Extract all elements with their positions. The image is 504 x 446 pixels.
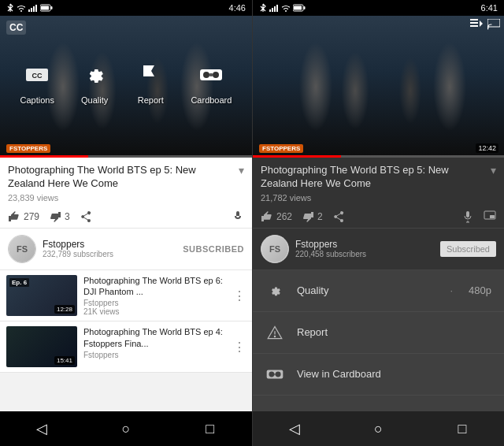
right-dislike-button[interactable]: 2	[302, 210, 323, 223]
related-thumb-2: 15:41	[6, 326, 77, 367]
svg-point-33	[276, 371, 281, 377]
related-info-2: Photographing The World BTS ep 4: Fstopp…	[83, 326, 227, 359]
right-view-count: 21,782 views	[261, 193, 496, 203]
context-quality-value: 480p	[469, 284, 491, 296]
right-video-title-section: Photographing The World BTS ep 5: New Ze…	[253, 158, 504, 206]
cardboard-label: Cardboard	[191, 95, 232, 105]
related-item-1[interactable]: Ep. 6 12:28 Photographing The World BTS …	[0, 270, 252, 322]
progress-bar	[0, 155, 252, 158]
right-video-title-row: Photographing The World BTS ep 5: New Ze…	[261, 164, 496, 191]
left-back-button[interactable]: ◁	[26, 411, 57, 446]
context-report-label: Report	[297, 326, 491, 338]
left-mic-button[interactable]	[232, 210, 244, 223]
left-phone: 4:46 CC CC Captions	[0, 0, 252, 446]
svg-rect-18	[304, 6, 306, 9]
right-back-icon: ◁	[289, 420, 300, 437]
left-channel-avatar[interactable]: FS	[8, 235, 36, 263]
left-home-button[interactable]: ○	[110, 411, 142, 446]
right-mic-button[interactable]	[461, 210, 474, 223]
svg-point-32	[269, 371, 274, 377]
report-icon	[135, 59, 166, 91]
related-dots-2[interactable]: ⋮	[233, 340, 246, 355]
right-video-title: Photographing The World BTS ep 5: New Ze…	[261, 164, 487, 191]
context-quality-label: Quality	[297, 284, 434, 296]
right-miniplayer-button[interactable]	[484, 210, 496, 223]
right-cast-icon[interactable]	[487, 19, 500, 30]
svg-rect-2	[33, 6, 35, 12]
right-video-area: FSTOPPERS 12:42	[253, 16, 504, 158]
quality-icon	[79, 59, 110, 91]
left-subscribe-button[interactable]: SUBSCRIBED	[183, 244, 244, 254]
related-title-1: Photographing The World BTS ep 6: DJI Ph…	[83, 275, 227, 298]
overlay-menu: CC CC Captions Quality	[0, 16, 252, 158]
context-gear-icon	[265, 281, 284, 300]
left-share-button[interactable]	[80, 210, 92, 223]
left-view-count: 23,839 views	[8, 193, 244, 203]
left-dislike-count: 3	[65, 211, 70, 222]
right-back-button[interactable]: ◁	[279, 411, 310, 446]
context-cardboard-label: View in Cardboard	[297, 368, 491, 380]
vr-icon	[195, 59, 227, 91]
left-dropdown-arrow[interactable]: ▾	[239, 164, 244, 177]
right-channel-name: Fstoppers	[295, 239, 440, 250]
right-recent-button[interactable]: □	[447, 411, 478, 446]
right-battery-icon	[293, 4, 306, 12]
video-watermark: FSTOPPERS	[6, 144, 50, 153]
right-share-button[interactable]	[332, 210, 345, 223]
captions-label: Captions	[20, 95, 54, 105]
left-dislike-button[interactable]: 3	[49, 210, 70, 223]
context-report-item[interactable]: Report	[253, 312, 504, 354]
cardboard-menu-item[interactable]: Cardboard	[191, 59, 232, 105]
right-signal-icon	[269, 4, 279, 12]
svg-rect-3	[35, 5, 37, 12]
top-bar-icons: CC	[0, 16, 32, 39]
svg-rect-15	[274, 6, 276, 12]
related-dots-1[interactable]: ⋮	[233, 288, 246, 303]
left-video-title-section: Photographing The World BTS ep 5: New Ze…	[0, 158, 252, 206]
right-channel-subs: 220,458 subscribers	[295, 250, 440, 258]
related-item-2[interactable]: 15:41 Photographing The World BTS ep 4: …	[0, 321, 252, 373]
svg-rect-19	[294, 6, 302, 10]
right-top-icons	[470, 19, 500, 30]
related-channel-1: Fstoppers	[83, 299, 227, 307]
right-content-area: Photographing The World BTS ep 5: New Ze…	[253, 158, 504, 411]
right-dropdown-arrow[interactable]: ▾	[491, 164, 496, 177]
svg-rect-0	[28, 9, 30, 12]
report-menu-item[interactable]: Report	[135, 59, 166, 105]
left-channel-row: FS Fstoppers 232,789 subscribers SUBSCRI…	[0, 229, 252, 270]
right-context-menu: Quality · 480p Report View in Cardboard	[253, 270, 504, 411]
right-dislike-count: 2	[317, 211, 323, 222]
right-playlist-icon[interactable]	[470, 19, 483, 30]
left-video-title: Photographing The World BTS ep 5: New Ze…	[8, 164, 235, 191]
quality-menu-item[interactable]: Quality	[79, 59, 110, 105]
right-bottom-nav: ◁ ○ □	[253, 411, 504, 446]
svg-point-10	[203, 72, 209, 78]
left-like-button[interactable]: 279	[8, 210, 39, 223]
related-views-1: 21K views	[83, 307, 227, 316]
left-recent-button[interactable]: □	[195, 411, 226, 446]
captions-menu-item[interactable]: CC Captions	[20, 59, 54, 105]
left-video-title-row: Photographing The World BTS ep 5: New Ze…	[8, 164, 244, 191]
context-quality-item[interactable]: Quality · 480p	[253, 270, 504, 312]
left-channel-subs: 232,789 subscribers	[43, 250, 183, 258]
right-subscribe-button[interactable]: Subscribed	[440, 241, 496, 257]
wifi-icon	[17, 4, 26, 12]
captions-icon: CC	[21, 59, 53, 91]
svg-rect-16	[276, 5, 278, 12]
right-channel-avatar[interactable]: FS	[261, 235, 289, 263]
svg-text:CC: CC	[32, 72, 43, 80]
battery-icon	[40, 4, 53, 12]
right-bluetooth-icon	[259, 3, 267, 13]
right-like-button[interactable]: 262	[261, 210, 292, 223]
left-channel-name: Fstoppers	[43, 239, 183, 250]
right-channel-info: Fstoppers 220,458 subscribers	[295, 239, 440, 258]
right-home-button[interactable]: ○	[362, 411, 394, 446]
related-ep-1: Ep. 6	[9, 278, 29, 287]
svg-marker-23	[480, 20, 483, 27]
svg-rect-12	[209, 73, 213, 76]
bluetooth-icon	[6, 3, 14, 13]
svg-rect-14	[272, 8, 273, 12]
context-cardboard-item[interactable]: View in Cardboard	[253, 354, 504, 396]
status-left-icons	[6, 3, 53, 13]
right-status-left	[259, 3, 306, 13]
